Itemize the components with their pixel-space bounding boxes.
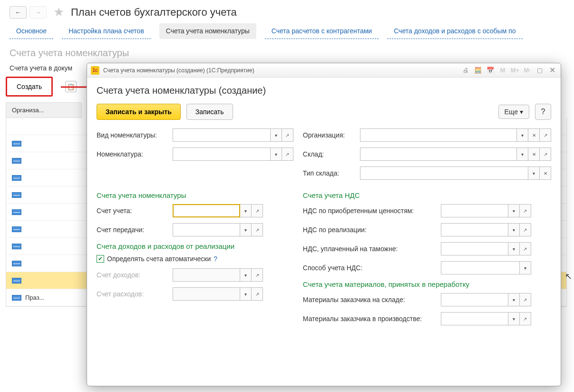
close-icon[interactable]: ✕: [547, 66, 557, 75]
input-vat-sale[interactable]: [441, 223, 508, 236]
create-button[interactable]: Создать: [6, 77, 53, 97]
dropdown-icon[interactable]: ▾: [508, 242, 520, 255]
dropdown-icon: ▾: [240, 287, 252, 301]
input-vat-purchase[interactable]: [441, 204, 508, 217]
open-icon[interactable]: ↗: [520, 312, 531, 325]
label-mat-warehouse: Материалы заказчика на складе:: [303, 296, 441, 304]
dropdown-icon[interactable]: ▾: [271, 147, 282, 161]
label-vat-sale: НДС по реализации:: [303, 226, 441, 234]
row-icon: [12, 175, 21, 181]
dropdown-icon[interactable]: ▾: [240, 204, 252, 217]
section-materials: Счета учета материалов, принятых в перер…: [303, 280, 551, 288]
input-income-account: [173, 268, 240, 282]
input-mat-warehouse[interactable]: [441, 293, 508, 306]
label-warehouse: Склад:: [303, 150, 360, 158]
row-icon: [12, 278, 21, 284]
tab-contractor-accounts[interactable]: Счета расчетов с контрагентами: [265, 23, 379, 39]
section-vat: Счета учета НДС: [303, 191, 551, 199]
help-question-icon[interactable]: ?: [214, 255, 217, 263]
help-button[interactable]: ?: [535, 104, 551, 120]
tab-plan-settings[interactable]: Настройка плана счетов: [62, 23, 151, 39]
open-icon[interactable]: ↗: [252, 204, 263, 217]
calculator-icon[interactable]: 🧮: [473, 66, 483, 75]
label-vat-purchase: НДС по приобретенным ценностям:: [303, 207, 441, 215]
nav-back-button[interactable]: ←: [10, 6, 27, 19]
copy-button[interactable]: 📋: [65, 81, 77, 92]
open-icon[interactable]: ↗: [540, 147, 551, 161]
label-org: Организация:: [303, 131, 360, 139]
section-income: Счета доходов и расходов от реализации: [97, 242, 293, 250]
label-vat-customs: НДС, уплаченный на таможне:: [303, 245, 441, 253]
dropdown-icon[interactable]: ▾: [508, 223, 520, 236]
input-expense-account: [173, 287, 240, 301]
input-warehouse[interactable]: [360, 147, 517, 161]
nav-forward-button[interactable]: →: [29, 6, 47, 19]
calendar-icon[interactable]: 📅: [486, 66, 495, 75]
tab-main[interactable]: Основное: [10, 23, 53, 39]
input-vat-method[interactable]: [441, 261, 520, 274]
input-warehouse-type[interactable]: [360, 167, 528, 180]
label-warehouse-type: Тип склада:: [303, 169, 360, 177]
memory-mplus-icon[interactable]: M+: [510, 66, 520, 75]
favorite-star-icon[interactable]: ★: [53, 5, 64, 20]
dialog-titlebar[interactable]: 1c Счета учета номенклатуры (создание) (…: [87, 63, 561, 78]
dropdown-icon[interactable]: ▾: [508, 312, 520, 325]
input-transfer[interactable]: [173, 223, 240, 236]
label-vat-method: Способ учета НДС:: [303, 264, 441, 272]
dropdown-icon[interactable]: ▾: [528, 167, 540, 180]
row-icon: [12, 226, 21, 232]
input-vat-customs[interactable]: [441, 242, 508, 255]
dropdown-icon[interactable]: ▾: [520, 261, 531, 274]
restore-window-icon[interactable]: ▢: [535, 66, 545, 75]
open-icon[interactable]: ↗: [540, 128, 551, 142]
dropdown-icon[interactable]: ▾: [517, 147, 528, 161]
input-account[interactable]: [173, 204, 240, 217]
memory-m-icon[interactable]: M: [498, 66, 507, 75]
open-icon[interactable]: ↗: [282, 128, 293, 142]
tab-income-expense[interactable]: Счета доходов и расходов с особым по: [387, 23, 522, 39]
more-label: Еще: [505, 108, 518, 116]
more-button[interactable]: Еще ▾: [498, 105, 530, 119]
open-icon[interactable]: ↗: [520, 204, 531, 217]
chevron-down-icon: ▾: [520, 108, 523, 116]
label-nomenclature: Номенклатура:: [97, 150, 173, 158]
save-button[interactable]: Записать: [186, 104, 233, 120]
print-icon[interactable]: 🖨: [461, 66, 470, 75]
save-and-close-button[interactable]: Записать и закрыть: [97, 104, 181, 120]
input-mat-production[interactable]: [441, 312, 508, 325]
dropdown-icon[interactable]: ▾: [271, 128, 282, 142]
input-nomenclature[interactable]: [173, 147, 271, 161]
open-icon[interactable]: ↗: [252, 223, 263, 236]
tab-bar: Основное Настройка плана счетов Счета уч…: [0, 23, 574, 39]
open-icon[interactable]: ↗: [520, 293, 531, 306]
clear-icon[interactable]: ✕: [528, 147, 540, 161]
auto-accounts-checkbox[interactable]: ✔: [97, 255, 104, 263]
row-icon: [12, 158, 21, 164]
row-icon: [12, 141, 21, 147]
clear-icon[interactable]: ✕: [540, 167, 551, 180]
section-accounts: Счета учета номенклатуры: [97, 191, 293, 199]
row-icon: [12, 209, 21, 215]
tab-nomenclature-accounts[interactable]: Счета учета номенклатуры: [159, 23, 256, 39]
open-icon: ↗: [252, 268, 263, 282]
memory-mminus-icon[interactable]: M-: [523, 66, 532, 75]
label-mat-production: Материалы заказчика в производстве:: [303, 315, 441, 323]
label-income-account: Счет доходов:: [97, 271, 173, 279]
dropdown-icon[interactable]: ▾: [517, 128, 528, 142]
open-icon[interactable]: ↗: [520, 242, 531, 255]
open-icon[interactable]: ↗: [520, 223, 531, 236]
input-kind[interactable]: [173, 128, 271, 142]
dropdown-icon[interactable]: ▾: [508, 204, 520, 217]
create-dialog: 1c Счета учета номенклатуры (создание) (…: [87, 63, 561, 386]
clear-icon[interactable]: ✕: [528, 128, 540, 142]
open-icon: ↗: [252, 287, 263, 301]
dropdown-icon[interactable]: ▾: [240, 223, 252, 236]
dialog-title-text: Счета учета номенклатуры (создание) (1С:…: [103, 67, 461, 74]
label-kind: Вид номенклатуры:: [97, 131, 173, 139]
row-icon: [12, 261, 21, 266]
open-icon[interactable]: ↗: [282, 147, 293, 161]
dropdown-icon[interactable]: ▾: [508, 293, 520, 306]
input-org[interactable]: [360, 128, 517, 142]
dropdown-icon: ▾: [240, 268, 252, 282]
list-column-header[interactable]: Организа...: [6, 102, 82, 118]
